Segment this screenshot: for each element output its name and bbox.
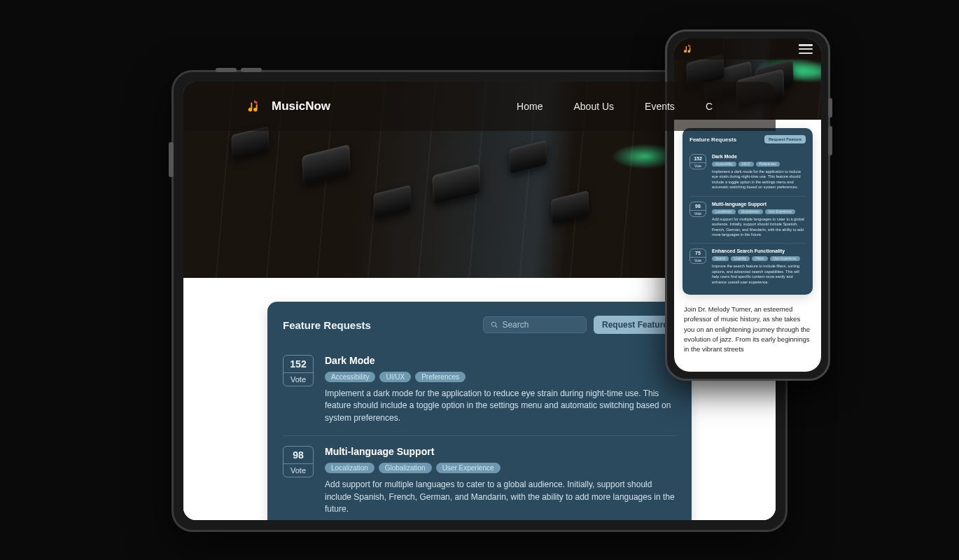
vote-button[interactable]: Vote: [690, 257, 706, 263]
app-title: MusicNow: [272, 99, 330, 113]
tag[interactable]: Accessibility: [325, 372, 375, 382]
feature-requests-card: Feature Requests Request Feature 152 Vot…: [267, 302, 692, 520]
feature-title: Multi-language Support: [325, 446, 676, 457]
tag[interactable]: User Experience: [765, 209, 795, 214]
nav-events[interactable]: Events: [645, 101, 675, 112]
feature-description: Implement a dark mode for the applicatio…: [325, 388, 676, 424]
feature-request-item: 98 Vote Multi-language Support Localizat…: [690, 197, 806, 244]
feature-request-item: 98 Vote Multi-language Support Localizat…: [283, 436, 676, 520]
tag[interactable]: Usability: [731, 256, 750, 261]
tag[interactable]: UI/UX: [379, 372, 411, 382]
vote-button[interactable]: Vote: [284, 463, 313, 477]
tag-list: Localization Globalization User Experien…: [325, 463, 676, 473]
vote-button[interactable]: Vote: [690, 210, 706, 216]
tag[interactable]: Preferences: [756, 162, 780, 167]
music-note-icon: [682, 43, 694, 55]
feature-requests-title: Feature Requests: [690, 136, 736, 143]
tag[interactable]: Accessibility: [712, 162, 736, 167]
feature-description: Add support for multiple languages to ca…: [712, 217, 806, 238]
tablet-side-button: [169, 142, 174, 177]
tablet-top-buttons: [216, 68, 262, 72]
phone-side-button: [828, 126, 832, 155]
feature-description: Improve the search feature to include fi…: [712, 264, 806, 285]
feature-title: Dark Mode: [325, 355, 676, 366]
vote-box: 152 Vote: [690, 154, 706, 169]
vote-count: 152: [690, 155, 706, 162]
feature-description: Add support for multiple languages to ca…: [325, 479, 676, 515]
tag[interactable]: Filters: [752, 256, 767, 261]
nav-home[interactable]: Home: [517, 101, 542, 112]
vote-count: 152: [284, 356, 313, 372]
vote-button[interactable]: Vote: [284, 372, 313, 386]
feature-requests-card: Feature Requests Request Feature 152 Vot…: [682, 128, 813, 295]
vote-box: 98 Vote: [283, 446, 314, 477]
navbar: MusicNow Home About Us Events C: [183, 82, 776, 131]
tag[interactable]: UI/UX: [738, 162, 754, 167]
vote-button[interactable]: Vote: [690, 162, 706, 169]
feature-title: Enhanced Search Functionality: [712, 248, 806, 253]
search-input-wrap[interactable]: [483, 316, 587, 333]
tag[interactable]: Search: [712, 256, 729, 261]
tag[interactable]: User Experience: [770, 256, 800, 261]
search-input[interactable]: [502, 320, 579, 330]
tag[interactable]: Preferences: [415, 372, 465, 382]
vote-count: 98: [690, 202, 706, 210]
feature-requests-header: Feature Requests Request Feature: [283, 316, 676, 334]
feature-requests-title: Feature Requests: [283, 319, 371, 331]
tag-list: Accessibility UI/UX Preferences: [712, 162, 806, 167]
hamburger-menu-icon[interactable]: [799, 44, 813, 54]
tag[interactable]: Localization: [712, 209, 736, 214]
feature-request-item: 152 Vote Dark Mode Accessibility UI/UX P…: [690, 149, 806, 197]
vote-box: 152 Vote: [283, 355, 314, 386]
music-note-icon: [246, 99, 262, 114]
feature-description: Implement a dark mode for the applicatio…: [712, 169, 806, 190]
vote-box: 98 Vote: [690, 202, 706, 217]
brand[interactable]: MusicNow: [246, 99, 330, 114]
feature-request-item: 152 Vote Dark Mode Accessibility UI/UX P…: [283, 345, 676, 436]
vote-box: 75 Vote: [690, 248, 706, 264]
nav-more[interactable]: C: [706, 101, 713, 112]
nav-links: Home About Us Events C: [517, 101, 713, 112]
tag[interactable]: Localization: [325, 463, 374, 473]
tag[interactable]: Globalization: [379, 463, 432, 473]
feature-title: Dark Mode: [712, 154, 806, 159]
feature-requests-header: Feature Requests Request Feature: [690, 135, 806, 144]
article-excerpt: Join Dr. Melody Turner, an esteemed prof…: [682, 304, 813, 354]
vote-count: 98: [284, 447, 313, 463]
request-feature-button[interactable]: Request Feature: [594, 316, 676, 334]
request-feature-button[interactable]: Request Feature: [764, 135, 806, 144]
tag[interactable]: Globalization: [738, 209, 763, 214]
search-icon: [491, 321, 498, 329]
feature-request-item: 75 Vote Enhanced Search Functionality Se…: [690, 244, 806, 290]
nav-about[interactable]: About Us: [573, 101, 614, 112]
tag-list: Accessibility UI/UX Preferences: [325, 372, 676, 382]
tag[interactable]: User Experience: [436, 463, 500, 473]
tag-list: Localization Globalization User Experien…: [712, 209, 806, 214]
tag-list: Search Usability Filters User Experience: [712, 256, 806, 261]
phone-body: Feature Requests Request Feature 152 Vot…: [674, 120, 821, 354]
feature-title: Multi-language Support: [712, 202, 806, 206]
phone-topbar: [674, 38, 821, 59]
phone-side-button: [828, 98, 832, 118]
vote-count: 75: [690, 249, 706, 257]
